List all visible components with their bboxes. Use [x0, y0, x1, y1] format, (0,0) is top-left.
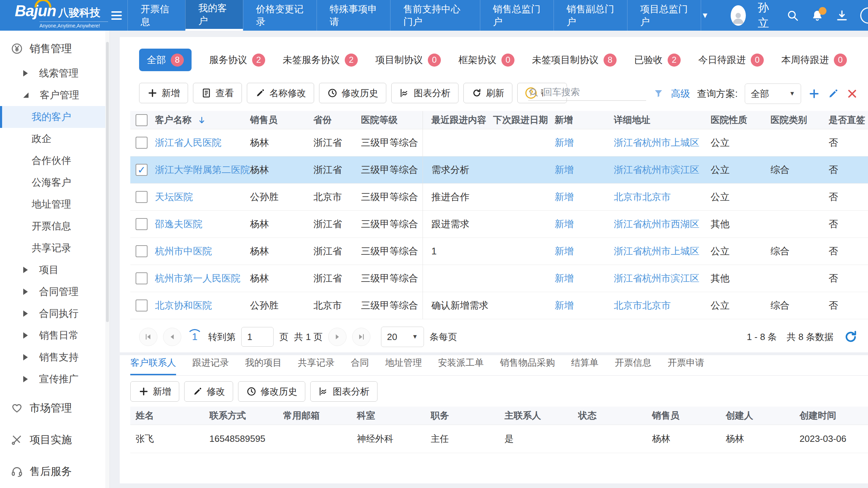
column-header-3[interactable]: 省份 [313, 114, 361, 126]
cell-link[interactable]: 新增 [555, 300, 574, 311]
cell-link[interactable]: 浙江省杭州市西湖区 [614, 219, 699, 229]
cell-link[interactable]: 北京市北京市 [614, 192, 671, 202]
detail-table-row[interactable]: 张飞16548589595神经外科主任是杨林杨林2023-03-06 [130, 425, 868, 453]
cell-link[interactable]: 杭州市中医院 [155, 246, 212, 257]
detail-tab-1[interactable]: 跟进记录 [192, 357, 229, 375]
detail-tab-0[interactable]: 客户联系人 [130, 357, 176, 375]
menu-toggle-icon[interactable] [106, 0, 127, 31]
rename-button[interactable]: 名称修改 [247, 83, 314, 103]
sidebar-item-16[interactable]: 市场管理 [0, 394, 110, 422]
cell-link[interactable]: 浙江省杭州市上城区 [614, 137, 699, 148]
detail-column-header-4[interactable]: 职务 [425, 409, 499, 422]
sidebar-item-12[interactable]: 合同执行 [0, 303, 110, 325]
sidebar-item-17[interactable]: 项目实施 [0, 426, 110, 453]
detail-tab-3[interactable]: 共享记录 [298, 357, 335, 375]
column-header-2[interactable]: 销售员 [250, 114, 313, 126]
detail-tab-10[interactable]: 开票申请 [668, 357, 704, 375]
column-header-9[interactable]: 医院性质 [711, 114, 770, 126]
page-size-select[interactable]: 20 ▼ [381, 327, 424, 347]
sidebar-item-15[interactable]: 宣传推广 [0, 368, 110, 390]
edit-plan-icon[interactable] [827, 88, 839, 100]
column-header-4[interactable]: 医院等级 [361, 114, 423, 126]
filter-tab-1[interactable]: 服务协议2 [209, 54, 265, 67]
detail-tab-7[interactable]: 销售物品采购 [500, 357, 555, 375]
advanced-search-link[interactable]: 高级 [671, 87, 690, 100]
detail-column-header-2[interactable]: 常用邮箱 [278, 409, 352, 422]
notifications-icon[interactable] [811, 9, 824, 22]
delete-plan-icon[interactable] [846, 88, 858, 100]
first-page-button[interactable] [139, 328, 157, 346]
filter-tab-2[interactable]: 未签服务协议2 [283, 54, 358, 67]
cell-link[interactable]: 浙江省杭州市滨江区 [614, 165, 699, 175]
cell-link[interactable]: 杭州市第一人民医院 [155, 273, 241, 284]
row-checkbox[interactable] [136, 245, 148, 257]
table-row[interactable]: 浙江省人民医院杨林浙江省三级甲等综合新增浙江省杭州市上城区公立否 [130, 129, 868, 156]
column-header-8[interactable]: 详细地址 [614, 114, 711, 126]
cell-link[interactable]: 新增 [555, 219, 574, 229]
cell-link[interactable]: 北京协和医院 [155, 300, 212, 311]
cell-link[interactable]: 邵逸夫医院 [155, 219, 202, 229]
row-checkbox[interactable] [136, 272, 148, 284]
add-plan-icon[interactable] [808, 88, 820, 100]
table-row[interactable]: 杭州市中医院杨林浙江省三级甲等综合1新增浙江省杭州市上城区公立综合否 [130, 238, 868, 265]
sidebar-item-2[interactable]: 客户管理 [0, 84, 110, 106]
next-page-button[interactable] [328, 328, 346, 346]
detail-column-header-8[interactable]: 创建人 [720, 409, 794, 422]
avatar[interactable] [731, 5, 746, 26]
contact-history-button[interactable]: 修改历史 [238, 381, 305, 402]
table-row[interactable]: 杭州市第一人民医院杨林浙江省三级甲等综合新增浙江省杭州市滨江区其他否 [130, 265, 868, 292]
sidebar-item-5[interactable]: 合作伙伴 [0, 150, 110, 172]
cell-link[interactable]: 浙江省杭州市滨江区 [614, 273, 699, 284]
add-button[interactable]: 新增 [139, 83, 188, 103]
row-checkbox[interactable] [136, 137, 148, 149]
detail-column-header-1[interactable]: 联系方式 [204, 409, 278, 422]
sidebar-item-10[interactable]: 项目 [0, 259, 110, 281]
header-checkbox[interactable] [136, 114, 148, 126]
nav-item-7[interactable]: 项目总监门户 [627, 0, 701, 31]
filter-tab-4[interactable]: 框架协议0 [458, 54, 514, 67]
column-header-1[interactable]: 客户名称 [155, 114, 250, 126]
sidebar-item-7[interactable]: 地址管理 [0, 193, 110, 215]
detail-tab-5[interactable]: 地址管理 [385, 357, 422, 375]
nav-item-2[interactable]: 价格变更记录 [243, 0, 317, 31]
contact-edit-button[interactable]: 修改 [184, 381, 233, 402]
sidebar-item-11[interactable]: 合同管理 [0, 281, 110, 303]
sidebar-item-0[interactable]: 销售管理 [0, 35, 110, 62]
row-checkbox[interactable] [136, 299, 148, 311]
contact-chart-button[interactable]: 图表分析 [310, 381, 377, 402]
cell-link[interactable]: 浙江省人民医院 [155, 137, 221, 148]
cell-link[interactable]: 新增 [555, 137, 574, 148]
refresh-icon[interactable] [843, 329, 858, 344]
column-header-6[interactable]: 下次跟进日期 [493, 114, 555, 126]
filter-tab-3[interactable]: 项目制协议0 [375, 54, 441, 67]
table-row[interactable]: ✓浙江大学附属第二医院杨林浙江省三级甲等综合需求分析新增浙江省杭州市滨江区公立综… [130, 156, 868, 184]
detail-column-header-6[interactable]: 状态 [573, 409, 647, 422]
detail-tab-4[interactable]: 合同 [351, 357, 369, 375]
filter-tab-5[interactable]: 未签项目制协议8 [532, 54, 617, 67]
current-page[interactable]: 1 [187, 329, 202, 345]
nav-item-5[interactable]: 销售总监门户 [480, 0, 554, 31]
sidebar-item-6[interactable]: 公海客户 [0, 172, 110, 193]
chart-analysis-button[interactable]: 图表分析 [391, 83, 458, 103]
more-menus-caret-icon[interactable]: ▼ [701, 11, 709, 20]
detail-column-header-0[interactable]: 姓名 [130, 409, 204, 422]
cell-link[interactable]: 新增 [555, 192, 574, 202]
row-checkbox[interactable]: ✓ [136, 164, 148, 176]
sidebar-scrollbar[interactable] [106, 42, 109, 322]
sidebar-item-18[interactable]: 售后服务 [0, 458, 110, 485]
refresh-button[interactable]: 刷新 [463, 83, 512, 103]
detail-column-header-7[interactable]: 销售员 [647, 409, 721, 422]
app-logo[interactable]: Bajun 八骏科技 Anyone,Anytime,Anywhere! [0, 0, 106, 31]
edge-cut-icon[interactable] [860, 7, 868, 24]
nav-item-3[interactable]: 特殊事项申请 [317, 0, 390, 31]
table-row[interactable]: 邵逸夫医院杨林浙江省三级甲等综合跟进需求新增浙江省杭州市西湖区其他否 [130, 211, 868, 238]
detail-column-header-9[interactable]: 创建时间 [794, 409, 868, 422]
nav-item-6[interactable]: 销售副总门户 [554, 0, 627, 31]
user-name[interactable]: 孙立 [758, 0, 774, 31]
detail-tab-8[interactable]: 结算单 [571, 357, 599, 375]
contact-add-button[interactable]: 新增 [130, 381, 179, 402]
cell-link[interactable]: 浙江省杭州市上城区 [614, 246, 699, 257]
cell-link[interactable]: 新增 [555, 165, 574, 175]
sidebar-item-3[interactable]: 我的客户 [0, 106, 110, 128]
table-row[interactable]: 北京协和医院公孙胜北京市三级甲等综合确认新增需求新增北京市北京市公立综合否 [130, 292, 868, 319]
